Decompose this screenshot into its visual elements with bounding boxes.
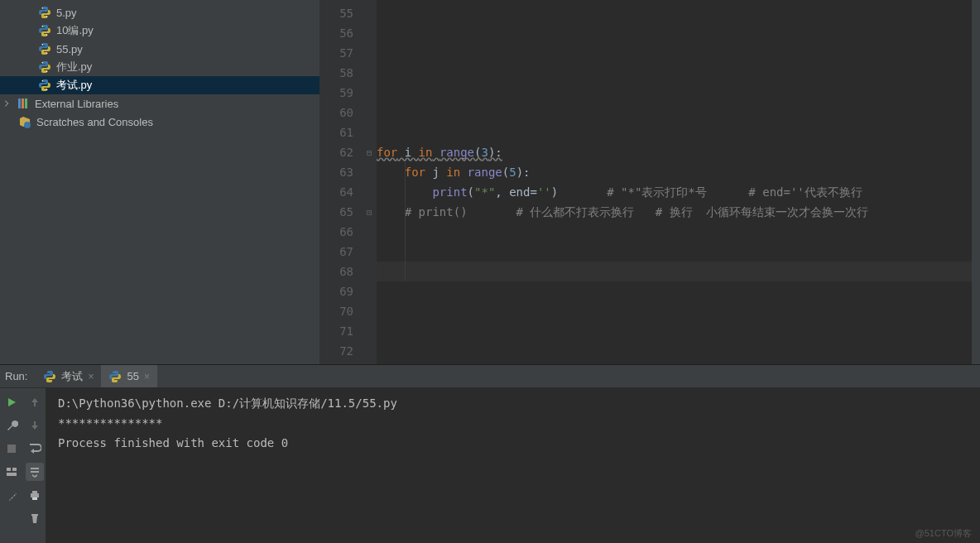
svg-rect-12 xyxy=(25,99,27,108)
tree-file-label: 55.py xyxy=(56,43,83,55)
run-action-column-1 xyxy=(0,388,23,543)
line-number-gutter: 555657585960616263646566676869707172 xyxy=(319,0,365,364)
run-tab-label: 考试 xyxy=(61,369,83,384)
svg-point-8 xyxy=(42,80,44,82)
tree-file[interactable]: 10编.py xyxy=(0,22,319,40)
tree-scratches[interactable]: Scratches and Consoles xyxy=(0,113,319,131)
svg-point-3 xyxy=(46,35,48,36)
fold-column[interactable]: ⊟⊡ xyxy=(365,0,377,364)
layout-icon[interactable] xyxy=(2,463,21,481)
run-tab-active[interactable]: 55 × xyxy=(101,365,156,387)
tree-file[interactable]: 55.py xyxy=(0,40,319,58)
close-icon[interactable]: × xyxy=(144,371,150,382)
watermark: @51CTO博客 xyxy=(915,527,972,540)
code-editor[interactable]: 555657585960616263646566676869707172 ⊟⊡ … xyxy=(319,0,980,364)
trash-icon[interactable] xyxy=(26,509,44,527)
svg-point-7 xyxy=(46,71,48,73)
pin-icon[interactable] xyxy=(2,486,21,504)
svg-point-13 xyxy=(24,122,31,128)
svg-point-2 xyxy=(42,26,44,27)
tree-file-label: 作业.py xyxy=(56,60,92,74)
run-tab[interactable]: 考试 × xyxy=(36,365,101,387)
run-action-column-2 xyxy=(23,388,46,543)
svg-point-4 xyxy=(42,44,44,46)
svg-point-1 xyxy=(46,17,48,18)
svg-rect-18 xyxy=(31,493,39,497)
svg-rect-19 xyxy=(32,491,37,493)
python-file-icon xyxy=(38,24,51,37)
close-icon[interactable]: × xyxy=(88,371,94,382)
python-file-icon xyxy=(38,42,51,55)
run-tab-label: 55 xyxy=(127,370,138,382)
run-tool-window: Run: 考试 × 55 × xyxy=(0,364,980,543)
svg-rect-20 xyxy=(32,497,37,500)
python-file-icon xyxy=(38,6,51,19)
run-header: Run: 考试 × 55 × xyxy=(0,364,980,388)
svg-point-5 xyxy=(46,53,48,55)
tree-label: External Libraries xyxy=(35,98,118,110)
svg-rect-11 xyxy=(22,99,24,108)
tree-file[interactable]: 作业.py xyxy=(0,58,319,76)
python-file-icon xyxy=(38,79,51,92)
svg-rect-10 xyxy=(18,99,21,108)
python-file-icon xyxy=(43,370,56,383)
python-file-icon xyxy=(108,370,122,383)
down-arrow-icon[interactable] xyxy=(26,416,44,435)
svg-point-9 xyxy=(46,89,48,91)
project-tree[interactable]: 5.py 10编.py 55.py 作业.py 考试.py xyxy=(0,0,319,364)
soft-wrap-icon[interactable] xyxy=(26,440,44,458)
scratches-icon xyxy=(18,115,31,128)
scroll-to-end-icon[interactable] xyxy=(26,463,44,481)
tree-file-label: 5.py xyxy=(56,7,77,19)
svg-rect-14 xyxy=(7,444,16,453)
tree-file-label: 考试.py xyxy=(56,78,92,93)
print-icon[interactable] xyxy=(26,486,44,504)
console-output[interactable]: D:\Python36\python.exe D:/计算机知识存储/11.5/5… xyxy=(46,388,980,543)
svg-rect-15 xyxy=(7,468,11,471)
svg-point-6 xyxy=(42,62,44,64)
wrench-icon[interactable] xyxy=(2,416,21,435)
tree-file-label: 10编.py xyxy=(56,23,94,38)
svg-rect-17 xyxy=(7,473,17,476)
tree-label: Scratches and Consoles xyxy=(36,116,153,128)
code-body[interactable]: for i in range(3): for j in range(5): pr… xyxy=(377,0,980,364)
editor-scrollbar[interactable] xyxy=(972,0,980,364)
tree-file[interactable]: 5.py xyxy=(0,3,319,22)
tree-external-libraries[interactable]: External Libraries xyxy=(0,94,319,113)
svg-point-0 xyxy=(42,7,44,9)
chevron-right-icon xyxy=(2,99,12,108)
library-icon xyxy=(17,97,30,110)
svg-rect-16 xyxy=(12,468,17,471)
rerun-icon[interactable] xyxy=(2,393,21,411)
python-file-icon xyxy=(38,60,51,74)
tree-file-selected[interactable]: 考试.py xyxy=(0,76,319,94)
stop-icon[interactable] xyxy=(2,440,21,458)
run-label: Run: xyxy=(2,365,36,387)
up-arrow-icon[interactable] xyxy=(26,393,44,411)
